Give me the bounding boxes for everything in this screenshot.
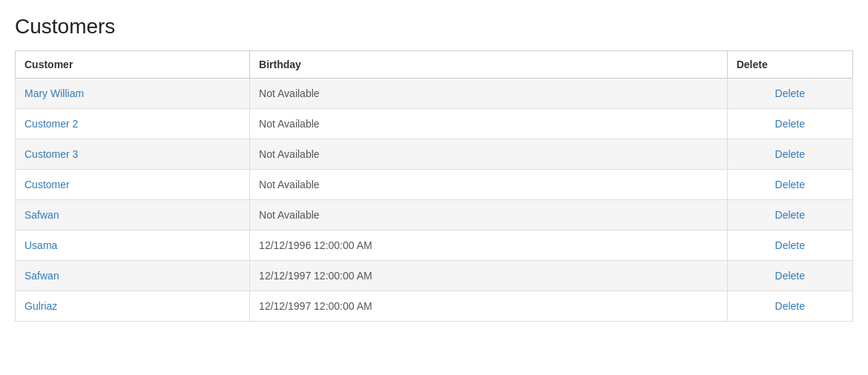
delete-cell: Delete <box>727 109 852 139</box>
birthday-cell: Not Available <box>250 109 728 139</box>
delete-cell: Delete <box>727 139 852 170</box>
delete-button[interactable]: Delete <box>737 87 844 99</box>
customer-cell: Safwan <box>16 261 250 291</box>
customer-link[interactable]: Usama <box>24 239 57 251</box>
table-row: Usama12/12/1996 12:00:00 AMDelete <box>16 230 853 261</box>
birthday-cell: Not Available <box>250 200 728 230</box>
customer-cell: Gulriaz <box>16 291 250 322</box>
customer-link[interactable]: Customer 3 <box>24 148 78 160</box>
table-header-row: Customer Birthday Delete <box>16 51 853 79</box>
customers-table: Customer Birthday Delete Mary WilliamNot… <box>15 50 853 322</box>
birthday-cell: Not Available <box>250 170 728 200</box>
birthday-cell: Not Available <box>250 139 728 170</box>
table-row: SafwanNot AvailableDelete <box>16 200 853 230</box>
delete-cell: Delete <box>727 200 852 230</box>
birthday-cell: Not Available <box>250 79 728 109</box>
table-row: Mary WilliamNot AvailableDelete <box>16 79 853 109</box>
delete-cell: Delete <box>727 79 852 109</box>
delete-cell: Delete <box>727 170 852 200</box>
birthday-cell: 12/12/1996 12:00:00 AM <box>250 230 728 261</box>
customer-link[interactable]: Mary William <box>24 87 84 99</box>
table-row: Gulriaz12/12/1997 12:00:00 AMDelete <box>16 291 853 322</box>
delete-cell: Delete <box>727 291 852 322</box>
delete-button[interactable]: Delete <box>737 209 844 221</box>
customer-link[interactable]: Safwan <box>24 209 59 221</box>
table-row: Safwan12/12/1997 12:00:00 AMDelete <box>16 261 853 291</box>
header-birthday: Birthday <box>250 51 728 79</box>
birthday-cell: 12/12/1997 12:00:00 AM <box>250 291 728 322</box>
customer-cell: Customer <box>16 170 250 200</box>
delete-button[interactable]: Delete <box>737 118 844 130</box>
delete-button[interactable]: Delete <box>737 148 844 160</box>
customer-link[interactable]: Customer 2 <box>24 118 78 130</box>
delete-cell: Delete <box>727 261 852 291</box>
header-customer: Customer <box>16 51 250 79</box>
delete-button[interactable]: Delete <box>737 239 844 251</box>
delete-button[interactable]: Delete <box>737 270 844 282</box>
customer-cell: Usama <box>16 230 250 261</box>
table-row: Customer 3Not AvailableDelete <box>16 139 853 170</box>
delete-button[interactable]: Delete <box>737 300 844 312</box>
customer-cell: Mary William <box>16 79 250 109</box>
customer-cell: Safwan <box>16 200 250 230</box>
customer-link[interactable]: Customer <box>24 179 70 190</box>
delete-button[interactable]: Delete <box>737 179 844 190</box>
customer-cell: Customer 3 <box>16 139 250 170</box>
customer-link[interactable]: Gulriaz <box>24 300 57 312</box>
page-title: Customers <box>15 15 853 39</box>
delete-cell: Delete <box>727 230 852 261</box>
birthday-cell: 12/12/1997 12:00:00 AM <box>250 261 728 291</box>
table-row: CustomerNot AvailableDelete <box>16 170 853 200</box>
customer-cell: Customer 2 <box>16 109 250 139</box>
header-delete: Delete <box>727 51 852 79</box>
table-row: Customer 2Not AvailableDelete <box>16 109 853 139</box>
customer-link[interactable]: Safwan <box>24 270 59 282</box>
